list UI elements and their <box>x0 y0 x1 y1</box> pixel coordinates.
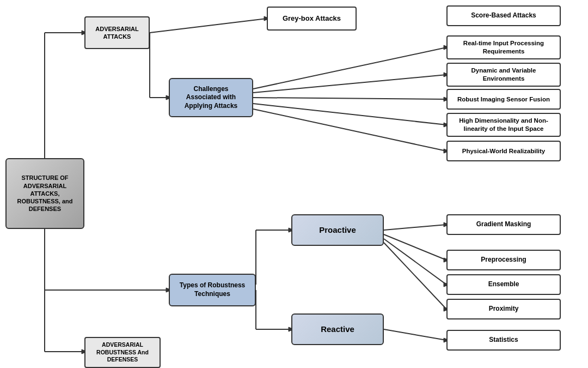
svg-line-16 <box>253 75 446 93</box>
ensemble-node: Ensemble <box>446 274 561 295</box>
svg-line-20 <box>253 104 446 125</box>
dynamic-label: Dynamic and VariableEnvironments <box>471 67 536 83</box>
svg-line-36 <box>384 243 446 309</box>
structure-label: STRUCTURE OF ADVERSARIAL ATTACKS, ROBUST… <box>17 174 72 213</box>
robust-imaging-label: Robust Imaging Sensor Fusion <box>457 95 550 104</box>
realtime-label: Real-time Input ProcessingRequirements <box>463 39 544 56</box>
statistics-label: Statistics <box>489 336 518 345</box>
realtime-node: Real-time Input ProcessingRequirements <box>446 35 561 59</box>
preprocessing-node: Preprocessing <box>446 250 561 270</box>
adversarial-attacks-node: ADVERSARIALATTACKS <box>84 16 150 49</box>
proximity-node: Proximity <box>446 299 561 319</box>
proactive-label: Proactive <box>319 225 356 236</box>
proximity-label: Proximity <box>489 305 519 313</box>
physical-label: Physical-World Realizability <box>462 147 546 155</box>
svg-line-14 <box>253 47 446 89</box>
adversarial-robustness-node: ADVERSARIALROBUSTNESS AndDEFENSES <box>84 337 161 368</box>
structure-node: STRUCTURE OF ADVERSARIAL ATTACKS, ROBUST… <box>5 158 84 229</box>
svg-line-22 <box>253 109 446 151</box>
greybox-label: Grey-box Attacks <box>283 14 341 23</box>
gradient-masking-label: Gradient Masking <box>476 220 531 229</box>
svg-line-38 <box>384 329 446 340</box>
svg-line-30 <box>384 225 446 230</box>
score-based-node: Score-Based Attacks <box>446 5 561 26</box>
high-dim-label: High Dimensionality and Non-linearity of… <box>459 117 548 133</box>
svg-line-34 <box>384 239 446 285</box>
types-robustness-node: Types of RobustnessTechniques <box>169 274 256 306</box>
robust-imaging-node: Robust Imaging Sensor Fusion <box>446 89 561 110</box>
statistics-node: Statistics <box>446 330 561 351</box>
reactive-node: Reactive <box>291 313 384 345</box>
physical-node: Physical-World Realizability <box>446 141 561 161</box>
diagram: STRUCTURE OF ADVERSARIAL ATTACKS, ROBUST… <box>0 0 588 368</box>
types-robustness-label: Types of RobustnessTechniques <box>180 281 245 298</box>
challenges-node: ChallengesAssociated withApplying Attack… <box>169 78 253 117</box>
adversarial-attacks-label: ADVERSARIALATTACKS <box>95 25 138 41</box>
gradient-masking-node: Gradient Masking <box>446 214 561 235</box>
dynamic-node: Dynamic and VariableEnvironments <box>446 63 561 87</box>
proactive-node: Proactive <box>291 214 384 246</box>
svg-line-9 <box>150 19 267 33</box>
svg-line-32 <box>384 234 446 260</box>
greybox-attacks-node: Grey-box Attacks <box>267 7 357 31</box>
ensemble-label: Ensemble <box>488 280 519 289</box>
score-based-label: Score-Based Attacks <box>471 11 536 20</box>
preprocessing-label: Preprocessing <box>481 256 526 264</box>
high-dim-node: High Dimensionality and Non-linearity of… <box>446 113 561 137</box>
challenges-label: ChallengesAssociated withApplying Attack… <box>185 85 238 111</box>
adversarial-robustness-label: ADVERSARIALROBUSTNESS AndDEFENSES <box>96 341 149 364</box>
svg-line-18 <box>253 98 446 99</box>
reactive-label: Reactive <box>321 324 354 335</box>
